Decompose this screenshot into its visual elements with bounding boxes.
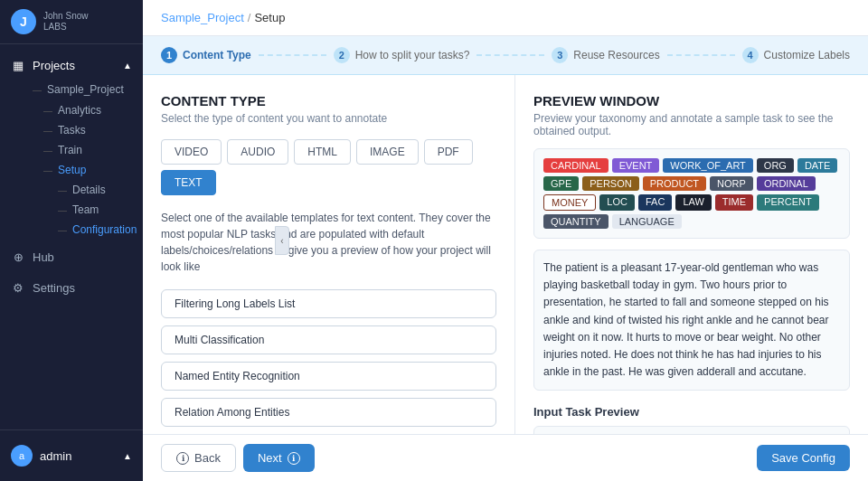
sidebar-item-train[interactable]: Train (25, 140, 143, 160)
tag-cardinal[interactable]: CARDINAL (543, 158, 609, 173)
save-config-button[interactable]: Save Config (757, 445, 850, 471)
tag-quantity[interactable]: QUANTITY (543, 214, 609, 229)
template-relation-among-entities[interactable]: Relation Among Entities (161, 398, 496, 427)
projects-icon: ▦ (11, 58, 25, 72)
steps-bar: 1 Content Type 2 How to split your tasks… (143, 36, 868, 75)
right-panel: PREVIEW WINDOW Preview your taxonomy and… (515, 75, 868, 434)
tag-person[interactable]: PERSON (582, 176, 638, 191)
step-dots-1 (259, 54, 326, 56)
step-2-num: 2 (334, 47, 350, 63)
breadcrumb-project[interactable]: Sample_Project (161, 11, 244, 24)
hub-label: Hub (33, 250, 132, 264)
username: admin (40, 449, 71, 463)
sidebar-item-details[interactable]: Details (43, 180, 143, 200)
step-dots-2 (476, 54, 544, 56)
logo-text: John Snow LABS (43, 11, 88, 33)
left-panel-title: CONTENT TYPE (161, 93, 496, 108)
preview-title: PREVIEW WINDOW (533, 93, 850, 108)
step-4-num: 4 (742, 47, 759, 63)
train-label: Train (58, 144, 82, 156)
template-multi-classification[interactable]: Multi Classification (161, 325, 496, 354)
preview-subtitle: Preview your taxonomy and annotate a sam… (533, 112, 850, 137)
tab-text[interactable]: TEXT (161, 170, 216, 195)
next-button[interactable]: Next ℹ (243, 444, 315, 472)
left-panel-subtitle: Select the type of content you want to a… (161, 112, 496, 125)
tag-norp[interactable]: NORP (710, 176, 753, 191)
save-label: Save Config (771, 451, 835, 465)
step-3-label: Reuse Resources (573, 49, 659, 61)
tag-product[interactable]: PRODUCT (643, 176, 706, 191)
breadcrumb-sep: / (248, 11, 251, 24)
step-3[interactable]: 3 Reuse Resources (552, 47, 659, 63)
template-filtering-long-labels[interactable]: Filtering Long Labels List (161, 289, 496, 318)
next-label: Next (258, 451, 282, 465)
back-label: Back (194, 451, 221, 465)
tab-audio[interactable]: AUDIO (227, 139, 288, 165)
tab-video[interactable]: VIDEO (161, 139, 222, 165)
step-3-num: 3 (552, 47, 568, 63)
next-icon: ℹ (288, 452, 300, 465)
step-1-num: 1 (161, 47, 177, 63)
logo-icon: J (11, 9, 36, 34)
step-4-label: Customize Labels (764, 49, 850, 61)
tab-image[interactable]: IMAGE (356, 139, 419, 165)
setup-label: Setup (58, 164, 86, 176)
tag-loc[interactable]: LOC (599, 194, 635, 211)
template-list: Filtering Long Labels List Multi Classif… (161, 289, 496, 434)
hub-icon: ⊕ (11, 250, 25, 264)
tab-pdf[interactable]: PDF (424, 139, 473, 165)
content-type-tabs: VIDEO AUDIO HTML IMAGE PDF TEXT (161, 139, 496, 195)
sidebar-item-tasks[interactable]: Tasks (25, 120, 143, 140)
tag-date[interactable]: DATE (797, 158, 838, 173)
settings-icon: ⚙ (11, 280, 25, 295)
left-panel: CONTENT TYPE Select the type of content … (143, 75, 515, 434)
step-2[interactable]: 2 How to split your tasks? (334, 47, 470, 63)
sidebar-nav: ▦ Projects ▲ Sample_Project Analytics Ta… (0, 44, 143, 429)
tag-percent[interactable]: PERCENT (757, 194, 819, 211)
sidebar-item-setup[interactable]: Setup (25, 160, 143, 180)
tag-org[interactable]: ORG (757, 158, 794, 173)
sidebar-item-sample-project[interactable]: Sample_Project (14, 79, 143, 100)
template-named-entity-recognition[interactable]: Named Entity Recognition (161, 362, 496, 391)
tag-time[interactable]: TIME (715, 194, 753, 211)
step-4[interactable]: 4 Customize Labels (742, 47, 850, 63)
sidebar-item-projects[interactable]: ▦ Projects ▲ (0, 52, 143, 79)
user-section[interactable]: a admin ▲ (0, 438, 143, 474)
main-content: Sample_Project / Setup 1 Content Type 2 … (143, 0, 868, 481)
projects-label: Projects (33, 59, 116, 72)
step-1[interactable]: 1 Content Type (161, 47, 251, 63)
tag-language[interactable]: LANGUAGE (612, 214, 682, 229)
collapse-button[interactable]: ‹ (275, 226, 289, 255)
details-label: Details (72, 184, 106, 196)
projects-chevron: ▲ (123, 61, 132, 71)
tag-work-of-art[interactable]: WORK_OF_ART (663, 158, 753, 173)
sidebar-item-configuration[interactable]: Configuration (43, 220, 143, 240)
logo: J John Snow LABS (0, 0, 143, 44)
label-tags-container: CARDINAL EVENT WORK_OF_ART ORG DATE GPE … (533, 148, 850, 239)
footer: ℹ Back Next ℹ Save Config (143, 434, 868, 481)
breadcrumb-current: Setup (254, 11, 285, 24)
input-task-preview-title: Input Task Preview (533, 405, 850, 419)
tag-law[interactable]: LAW (675, 194, 711, 211)
tag-gpe[interactable]: GPE (543, 176, 579, 191)
logo-sub: LABS (43, 22, 88, 33)
template-description: Select one of the available templates fo… (161, 210, 496, 275)
back-icon: ℹ (176, 452, 189, 465)
sidebar-item-team[interactable]: Team (43, 200, 143, 220)
tag-fac[interactable]: FAC (638, 194, 672, 211)
tag-event[interactable]: EVENT (612, 158, 660, 173)
sidebar-item-settings[interactable]: ⚙ Settings (0, 274, 143, 301)
sidebar-item-analytics[interactable]: Analytics (25, 100, 143, 120)
user-chevron: ▲ (123, 451, 132, 461)
sidebar-item-hub[interactable]: ⊕ Hub (0, 243, 143, 270)
step-1-label: Content Type (183, 49, 251, 61)
tab-html[interactable]: HTML (294, 139, 351, 165)
analytics-label: Analytics (58, 104, 101, 117)
tag-money[interactable]: MONEY (543, 194, 596, 211)
avatar: a (11, 445, 33, 467)
tasks-label: Tasks (58, 124, 86, 137)
tag-ordinal[interactable]: ORDINAL (757, 176, 816, 191)
sidebar: J John Snow LABS ▦ Projects ▲ Sample_Pro… (0, 0, 143, 481)
breadcrumb: Sample_Project / Setup (143, 0, 868, 36)
back-button[interactable]: ℹ Back (161, 444, 236, 472)
